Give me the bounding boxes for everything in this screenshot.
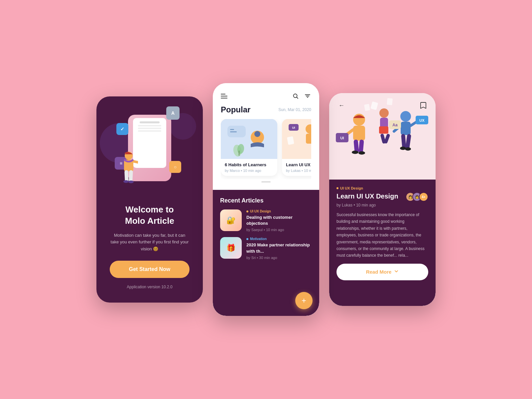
- card-image-2: UI UX: [282, 119, 311, 159]
- menu-line: [221, 96, 227, 96]
- person-illustration: [111, 150, 138, 190]
- avatars-group: 👩 👩 4+: [406, 192, 428, 201]
- popular-card-1[interactable]: 6 Habits of Learners by Marco • 10 min a…: [221, 119, 277, 176]
- card-1-info: 6 Habits of Learners by Marco • 10 min a…: [221, 159, 277, 176]
- svg-text:Aa: Aa: [392, 123, 398, 127]
- screen-detail: ← UI: [329, 93, 436, 306]
- svg-rect-11: [221, 119, 277, 159]
- float-icon-o: ○: [169, 161, 181, 173]
- screen-articles: Popular Sun, Mar 01, 2020: [213, 83, 319, 316]
- svg-line-7: [297, 97, 298, 99]
- recent-item-title-1: Dealing with customer objections: [246, 214, 312, 226]
- card-2-meta: by Lukas • 10 min ago: [286, 169, 311, 173]
- filter-icon[interactable]: [304, 92, 311, 100]
- avatar-count: 4+: [419, 192, 428, 201]
- read-more-button[interactable]: Read More: [336, 264, 428, 280]
- detail-meta: by Lukas • 10 min ago: [336, 203, 428, 207]
- bookmark-button[interactable]: [418, 100, 429, 111]
- svg-point-6: [294, 94, 297, 98]
- detail-content: UI UX Design Learn UI UX Design 👩 👩 4+ b…: [329, 180, 436, 306]
- svg-rect-13: [230, 129, 234, 130]
- recent-item-2[interactable]: 🎁 Motivation 2020 Make partner relations…: [220, 237, 312, 259]
- svg-point-48: [405, 147, 411, 151]
- menu-icon[interactable]: [221, 94, 227, 98]
- svg-text:UX: UX: [419, 118, 425, 122]
- recent-thumb-1: 🔐: [220, 209, 242, 231]
- svg-rect-2: [124, 170, 129, 182]
- popular-card-2[interactable]: UI UX Learn UI UX Des... by Lukas • 10 m…: [282, 119, 311, 176]
- get-started-button[interactable]: Get Started Now: [110, 261, 190, 278]
- lock-icon: 🔐: [226, 216, 235, 225]
- detail-title-row: Learn UI UX Design 👩 👩 4+: [336, 192, 428, 201]
- screens-container: A ✓ ≡ ○: [96, 83, 436, 316]
- welcome-title: Welcome to Molo Article: [125, 204, 174, 227]
- recent-thumb-2: 🎁: [220, 237, 242, 259]
- read-more-label: Read More: [366, 269, 392, 275]
- svg-point-38: [358, 151, 365, 155]
- svg-rect-51: [379, 126, 388, 134]
- recent-title: Recent Articles: [220, 197, 312, 204]
- card-1-title: 6 Habits of Learners: [225, 162, 273, 167]
- card-2-info: Learn UI UX Des... by Lukas • 10 min ago: [282, 159, 311, 176]
- welcome-text-section: Welcome to Molo Article Motivation can t…: [106, 190, 193, 293]
- category-dot-1: [246, 210, 248, 212]
- back-button[interactable]: ←: [336, 100, 347, 111]
- svg-point-16: [254, 131, 260, 137]
- svg-text:UI: UI: [292, 126, 295, 129]
- card-1-meta: by Marco • 10 min ago: [225, 169, 273, 173]
- svg-rect-22: [306, 134, 311, 144]
- recent-content-2: Motivation 2020 Make partner relationshi…: [246, 237, 312, 259]
- phone-screen-inner: [133, 118, 166, 168]
- svg-rect-40: [401, 122, 411, 135]
- detail-body-text: Successful businesses know the importanc…: [336, 211, 428, 259]
- float-icon-a: A: [166, 106, 180, 120]
- welcome-subtitle: Motivation can take you far, but it can …: [106, 232, 193, 253]
- header-actions: [292, 92, 311, 100]
- popular-title: Popular: [221, 105, 250, 114]
- card-illustration-1: [221, 119, 277, 159]
- scroll-dot: [261, 181, 271, 183]
- search-icon[interactable]: [292, 92, 299, 100]
- card-2-title: Learn UI UX Des...: [286, 162, 311, 167]
- float-icon-check: ✓: [116, 123, 128, 135]
- recent-category-2: Motivation: [246, 237, 312, 241]
- welcome-illustration: A ✓ ≡ ○: [106, 96, 193, 190]
- recent-category-1: UI UX Design: [246, 209, 312, 213]
- popular-header: Popular Sun, Mar 01, 2020: [221, 105, 311, 114]
- recent-item-title-2: 2020 Make partner relationship with th..…: [246, 242, 312, 254]
- version-text: Application version 10.2.0: [127, 285, 172, 289]
- svg-text:UI: UI: [340, 136, 344, 140]
- svg-point-4: [123, 180, 129, 183]
- menu-line: [221, 98, 227, 98]
- svg-point-39: [400, 111, 411, 122]
- detail-image-area: ← UI: [329, 93, 436, 180]
- popular-cards: 6 Habits of Learners by Marco • 10 min a…: [221, 119, 311, 179]
- gift-icon: 🎁: [226, 244, 235, 252]
- chevron-down-icon: [394, 269, 399, 275]
- screen-welcome: A ✓ ≡ ○: [96, 96, 203, 303]
- date-text: Sun, Mar 01, 2020: [278, 107, 311, 112]
- svg-rect-3: [129, 170, 133, 182]
- category-dot-2: [246, 238, 248, 240]
- scroll-indicator: [221, 181, 311, 183]
- svg-point-5: [128, 181, 134, 183]
- svg-point-47: [400, 147, 406, 150]
- recent-content-1: UI UX Design Dealing with customer objec…: [246, 209, 312, 232]
- detail-nav: ←: [329, 100, 436, 111]
- detail-category: UI UX Design: [336, 186, 428, 190]
- recent-item-meta-2: by Sri • 30 min ago: [246, 256, 312, 260]
- articles-header: [221, 92, 311, 100]
- menu-line: [221, 94, 225, 94]
- recent-item-meta-1: by Saepul • 10 min ago: [246, 228, 312, 232]
- svg-point-37: [352, 151, 358, 154]
- svg-rect-31: [353, 126, 365, 141]
- articles-top: Popular Sun, Mar 01, 2020: [213, 83, 319, 190]
- card-illustration-2: UI UX: [282, 119, 311, 159]
- recent-item-1[interactable]: 🔐 UI UX Design Dealing with customer obj…: [220, 209, 312, 232]
- category-dot-detail: [336, 187, 338, 189]
- articles-bottom: Recent Articles 🔐 UI UX Design Dealing w…: [213, 190, 319, 316]
- card-image-1: [221, 119, 277, 159]
- detail-article-title: Learn UI UX Design: [336, 192, 406, 200]
- svg-rect-14: [230, 131, 237, 132]
- fab-button[interactable]: +: [295, 292, 313, 309]
